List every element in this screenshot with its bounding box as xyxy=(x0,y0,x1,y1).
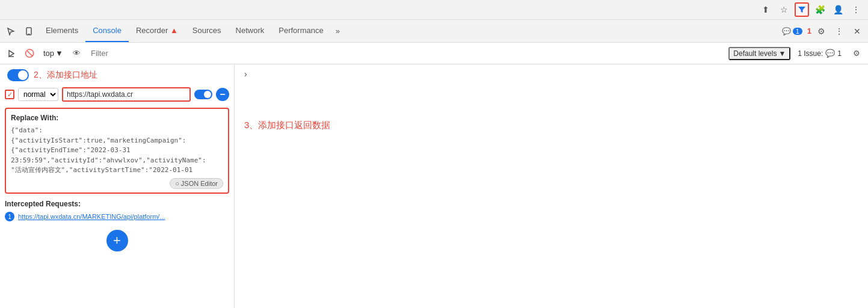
tab-network[interactable]: Network xyxy=(229,20,272,42)
intercept-url[interactable]: https://tapi.wxdata.cn/MARKETING/api/pla… xyxy=(18,213,165,220)
clear-console-btn[interactable]: 🚫 xyxy=(22,46,37,61)
console-settings-btn[interactable]: ⚙ xyxy=(849,46,864,61)
url-checkbox[interactable]: ✓ xyxy=(5,90,14,99)
inspect-element-btn[interactable] xyxy=(2,23,19,40)
filter-input[interactable] xyxy=(87,48,726,59)
more-icon[interactable]: ⋮ xyxy=(849,2,863,17)
star-icon[interactable]: ☆ xyxy=(777,2,791,17)
issue-count-badge: 1 xyxy=(807,26,811,35)
settings-btn[interactable]: ⚙ xyxy=(813,23,830,40)
devtools-tabbar: Elements Console Recorder ▲ Sources Netw… xyxy=(0,20,868,43)
url-input[interactable] xyxy=(62,87,191,102)
tab-recorder[interactable]: Recorder ▲ xyxy=(129,20,185,42)
console-toolbar: 🚫 top ▼ 👁 Default levels ▼ 1 Issue: 💬 1 … xyxy=(0,43,868,64)
chat-badge-btn[interactable]: 💬 1 xyxy=(778,26,806,37)
filter-icon[interactable] xyxy=(795,2,809,17)
method-select[interactable]: normal xyxy=(18,88,58,101)
intercepted-requests-label: Intercepted Requests: xyxy=(5,200,229,208)
add-rule-btn[interactable]: + xyxy=(106,230,128,251)
main-content: 2、添加接口地址 ✓ normal − Replace With: {"data… xyxy=(0,64,868,308)
eye-btn[interactable]: 👁 xyxy=(69,46,85,61)
devtools-toolbar-right: 💬 1 1 ⚙ ⋮ ✕ xyxy=(778,23,866,40)
profile-icon[interactable]: 👤 xyxy=(831,2,845,17)
json-editor-btn[interactable]: ○ JSON Editor xyxy=(170,178,223,189)
context-selector[interactable]: top ▼ xyxy=(40,48,67,59)
left-panel: 2、添加接口地址 ✓ normal − Replace With: {"data… xyxy=(0,64,235,308)
run-snippet-btn[interactable] xyxy=(4,46,19,61)
expand-chevron[interactable]: › xyxy=(244,69,858,79)
remove-url-btn[interactable]: − xyxy=(216,88,229,101)
step2-title-row: 2、添加接口地址 xyxy=(5,69,229,81)
extension-icon[interactable]: 🧩 xyxy=(813,2,827,17)
tab-bar: Elements Console Recorder ▲ Sources Netw… xyxy=(38,20,777,42)
main-toggle[interactable] xyxy=(7,69,29,81)
svg-marker-2 xyxy=(9,51,14,57)
more-tabs-btn[interactable]: » xyxy=(331,20,345,42)
main-right-label: 3、添加接口返回数据 xyxy=(244,120,858,131)
intercept-item: 1 https://tapi.wxdata.cn/MARKETING/api/p… xyxy=(5,212,229,221)
url-row: ✓ normal − xyxy=(5,87,229,102)
tab-performance[interactable]: Performance xyxy=(271,20,330,42)
issue-chat-icon: 💬 xyxy=(825,49,835,58)
more-options-btn[interactable]: ⋮ xyxy=(831,23,848,40)
close-devtools-btn[interactable]: ✕ xyxy=(849,23,866,40)
url-toggle[interactable] xyxy=(194,90,212,99)
step2-label: 2、添加接口地址 xyxy=(34,70,97,81)
tab-console[interactable]: Console xyxy=(85,20,129,42)
replace-with-box: Replace With: {"data": {"activityIsStart… xyxy=(5,108,229,194)
replace-textarea[interactable]: {"data": {"activityIsStart":true,"market… xyxy=(11,126,223,186)
tab-elements[interactable]: Elements xyxy=(38,20,85,42)
browser-top-bar: ⬆ ☆ 🧩 👤 ⋮ xyxy=(0,0,868,20)
issue-btn[interactable]: 1 Issue: 💬 1 xyxy=(793,48,846,59)
svg-rect-1 xyxy=(28,34,30,34)
replace-with-label: Replace With: xyxy=(11,114,223,122)
tab-sources[interactable]: Sources xyxy=(185,20,229,42)
share-icon[interactable]: ⬆ xyxy=(759,2,773,17)
intercept-num: 1 xyxy=(5,212,14,221)
device-toolbar-btn[interactable] xyxy=(20,23,37,40)
right-panel: › 3、添加接口返回数据 xyxy=(235,64,868,308)
default-levels-btn[interactable]: Default levels ▼ xyxy=(728,47,790,60)
